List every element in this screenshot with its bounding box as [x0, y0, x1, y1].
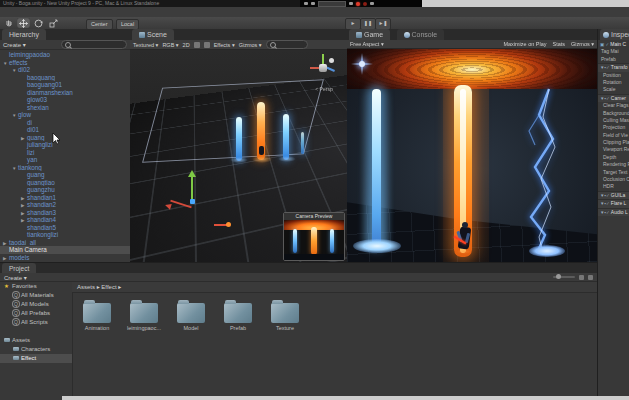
- aspect-dropdown[interactable]: Free Aspect ▾: [350, 41, 384, 47]
- tab-inspector[interactable]: Inspector: [600, 29, 629, 40]
- lighting-toggle-icon[interactable]: [194, 42, 200, 48]
- record-dot2-icon[interactable]: [363, 2, 367, 6]
- hierarchy-create-button[interactable]: Create ▾: [3, 41, 26, 48]
- hierarchy-item[interactable]: ▼tiankong: [0, 164, 130, 172]
- hierarchy-item[interactable]: tiankonglizi: [0, 231, 130, 239]
- gizmos-dropdown[interactable]: Gizmos ▾: [239, 42, 262, 48]
- inspector-row[interactable]: Rotation: [598, 79, 629, 86]
- inspector-row[interactable]: Field of Vie: [598, 132, 629, 139]
- hierarchy-item[interactable]: shexian: [0, 104, 130, 112]
- render-channel-dropdown[interactable]: RGB ▾: [162, 42, 178, 48]
- hierarchy-item[interactable]: ▶shandian3: [0, 209, 130, 217]
- inspector-row[interactable]: Viewport Re: [598, 146, 629, 153]
- hierarchy-item[interactable]: guangzhu: [0, 186, 130, 194]
- hierarchy-item[interactable]: ▶shandian4: [0, 216, 130, 224]
- hierarchy-item[interactable]: di: [0, 119, 130, 127]
- hierarchy-item[interactable]: baoguang01: [0, 81, 130, 89]
- hierarchy-item[interactable]: ▼effects: [0, 59, 130, 67]
- inspector-row[interactable]: Scale: [598, 86, 629, 93]
- project-folder[interactable]: Model: [172, 299, 210, 331]
- perspective-label[interactable]: < Persp: [307, 86, 341, 92]
- pivot-center-button[interactable]: Center: [86, 19, 113, 30]
- inspector-row[interactable]: Tag Mai: [598, 48, 629, 55]
- inspector-row[interactable]: Transfo: [598, 63, 629, 71]
- inspector-row[interactable]: Culling Mas: [598, 117, 629, 124]
- shading-mode-dropdown[interactable]: Textured ▾: [133, 42, 158, 48]
- panel-menu-icon[interactable]: [588, 275, 593, 280]
- hierarchy-item[interactable]: leimingpaodao: [0, 51, 130, 59]
- inspector-row[interactable]: Occlusion C: [598, 176, 629, 183]
- game-viewport[interactable]: [347, 49, 597, 262]
- gizmo-cube[interactable]: [319, 64, 327, 72]
- project-tree-item[interactable]: [0, 327, 72, 336]
- project-tree-item[interactable]: All Materials: [0, 291, 72, 300]
- tab-project[interactable]: Project: [2, 263, 36, 273]
- hierarchy-item[interactable]: ▶guang: [0, 134, 130, 142]
- audio-toggle-icon[interactable]: [204, 42, 210, 48]
- project-folder[interactable]: Animation: [78, 299, 116, 331]
- inspector-row[interactable]: Depth: [598, 154, 629, 161]
- stop-icon[interactable]: [370, 2, 374, 5]
- hierarchy-item[interactable]: ▶shandian1: [0, 194, 130, 202]
- hierarchy-item[interactable]: ▶shandian2: [0, 201, 130, 209]
- tab-hierarchy[interactable]: Hierarchy: [2, 29, 46, 40]
- project-tree-item[interactable]: Favorites: [0, 282, 72, 291]
- hierarchy-item[interactable]: ▶taodai_all: [0, 239, 130, 247]
- project-tree-item[interactable]: Effect: [0, 354, 72, 363]
- hierarchy-item[interactable]: di01: [0, 126, 130, 134]
- scene-viewport[interactable]: < Persp Camera Preview: [130, 50, 347, 262]
- inspector-row[interactable]: Rendering P: [598, 161, 629, 168]
- inspector-row[interactable]: Background: [598, 110, 629, 117]
- inspector-row[interactable]: Clipping Pla: [598, 139, 629, 146]
- hierarchy-item[interactable]: glow03: [0, 96, 130, 104]
- inspector-row[interactable]: Prefab: [598, 56, 629, 63]
- project-folder[interactable]: Texture: [266, 299, 304, 331]
- maximize-on-play-toggle[interactable]: Maximize on Play: [503, 41, 546, 47]
- inspector-row[interactable]: Camer: [598, 94, 629, 102]
- pivot-local-button[interactable]: Local: [116, 19, 139, 30]
- inspector-row[interactable]: Main C: [598, 41, 629, 48]
- project-tree-item[interactable]: Assets: [0, 336, 72, 345]
- hand-tool-button[interactable]: [2, 18, 15, 28]
- effects-dropdown[interactable]: Effects ▾: [214, 42, 235, 48]
- inspector-row[interactable]: Projection: [598, 124, 629, 131]
- scene-search-input[interactable]: [266, 40, 308, 49]
- 2d-toggle[interactable]: 2D: [183, 42, 190, 48]
- project-tree-item[interactable]: All Prefabs: [0, 309, 72, 318]
- hierarchy-item[interactable]: ▼glow: [0, 111, 130, 119]
- camera-icon[interactable]: [304, 2, 308, 5]
- project-tree-item[interactable]: All Models: [0, 300, 72, 309]
- tab-console[interactable]: Console: [397, 29, 445, 40]
- inspector-row[interactable]: Flare L: [598, 199, 629, 207]
- hierarchy-item[interactable]: ▼dl02: [0, 66, 130, 74]
- inspector-row[interactable]: Position: [598, 72, 629, 79]
- stats-toggle[interactable]: Stats: [553, 41, 566, 47]
- scene-orientation-gizmo[interactable]: [307, 52, 341, 86]
- hierarchy-item[interactable]: lizi: [0, 149, 130, 157]
- hierarchy-item[interactable]: yan: [0, 156, 130, 164]
- mic-icon[interactable]: [349, 2, 353, 5]
- tab-scene[interactable]: Scene: [132, 29, 174, 40]
- hierarchy-item[interactable]: baoguang: [0, 74, 130, 82]
- inspector-row[interactable]: HDR: [598, 183, 629, 190]
- hierarchy-item[interactable]: julianglizi: [0, 141, 130, 149]
- project-tree-item[interactable]: Characters: [0, 345, 72, 354]
- inspector-row[interactable]: Audio L: [598, 208, 629, 216]
- hierarchy-search-input[interactable]: [61, 40, 127, 49]
- speaker-icon[interactable]: [311, 2, 315, 5]
- hierarchy-item[interactable]: dianmanshexian: [0, 89, 130, 97]
- record-dot-icon[interactable]: [356, 2, 360, 6]
- scale-tool-button[interactable]: [47, 18, 60, 28]
- inspector-row[interactable]: GUILa: [598, 191, 629, 199]
- hierarchy-item[interactable]: guang: [0, 171, 130, 179]
- tab-game[interactable]: Game: [349, 29, 390, 40]
- project-tree-item[interactable]: All Scripts: [0, 318, 72, 327]
- inspector-row[interactable]: Target Text: [598, 169, 629, 176]
- hierarchy-item[interactable]: Main Camera: [0, 246, 130, 254]
- project-folder[interactable]: Prefab: [219, 299, 257, 331]
- game-gizmos-dropdown[interactable]: Gizmos ▾: [571, 41, 594, 47]
- project-create-button[interactable]: Create ▾: [4, 274, 27, 281]
- project-folder[interactable]: leimingpaoc...: [125, 299, 163, 331]
- rotate-tool-button[interactable]: [32, 18, 45, 28]
- lock-icon[interactable]: [579, 275, 584, 280]
